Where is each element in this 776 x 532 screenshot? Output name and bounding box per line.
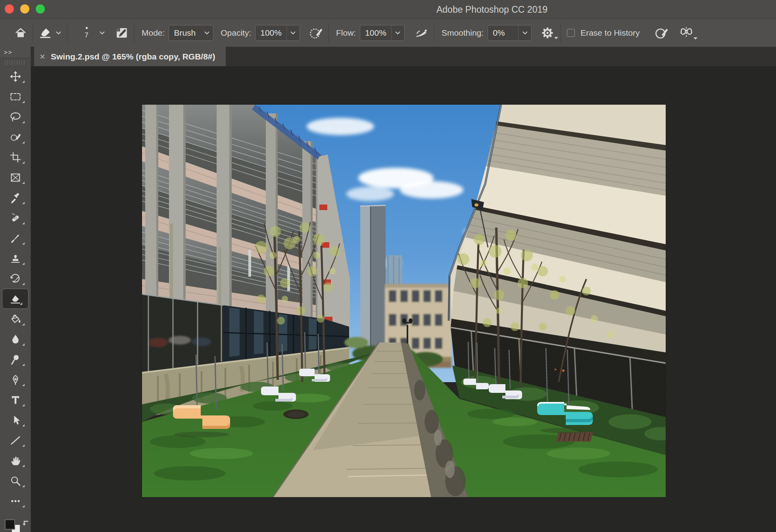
tool-zoom[interactable] [0, 471, 31, 491]
tool-eyedropper[interactable] [0, 188, 31, 208]
tool-frame[interactable] [0, 167, 31, 188]
separator [434, 23, 434, 42]
tool-move[interactable] [0, 66, 31, 86]
mode-label: Mode: [142, 28, 165, 38]
photo-document[interactable] [142, 105, 666, 497]
tool-object-selection[interactable] [0, 127, 31, 147]
toolbar-grip[interactable] [5, 59, 26, 66]
brush-size-preview[interactable]: 7 [80, 27, 93, 38]
tool-ellipsis[interactable] [0, 491, 31, 511]
tab-label: Swing.2.psd @ 165% (rgba copy, RGB/8#) [51, 52, 215, 61]
chevron-down-icon[interactable] [286, 25, 300, 40]
paint-symmetry-icon[interactable] [679, 25, 694, 40]
separator [67, 23, 67, 42]
tool-clone-stamp[interactable] [0, 248, 31, 268]
airbrush-icon[interactable] [414, 26, 428, 40]
document-tabs: × Swing.2.psd @ 165% (rgba copy, RGB/8#) [31, 47, 776, 66]
home-icon[interactable] [14, 27, 27, 39]
eraser-preset-icon[interactable] [38, 26, 52, 40]
tool-pen[interactable] [0, 369, 31, 390]
tab-close-icon[interactable]: × [40, 53, 45, 61]
chevron-down-icon[interactable] [100, 31, 105, 34]
options-bar: 7 Mode: Brush Opacity: 100% Flow: 100% [0, 19, 776, 48]
flyout-arrow [693, 37, 697, 40]
tool-hand[interactable] [0, 450, 31, 471]
tool-rectangular-marquee[interactable] [0, 86, 31, 107]
zoom-window-button[interactable] [36, 4, 45, 13]
separator [560, 23, 561, 42]
swap-colors-icon[interactable] [21, 519, 30, 530]
smoothing-value: 0% [488, 28, 518, 38]
tablet-pressure-opacity-icon[interactable] [309, 26, 323, 40]
window-title: Adobe Photoshop CC 2019 [421, 0, 563, 18]
mode-value: Brush [169, 28, 200, 38]
tool-eraser[interactable] [2, 289, 29, 309]
chevron-down-icon[interactable] [518, 25, 531, 40]
tool-gradient[interactable] [0, 309, 31, 329]
smoothing-field[interactable]: 0% [488, 25, 532, 41]
tool-history-brush[interactable] [0, 268, 31, 289]
brush-settings-toggle-icon[interactable] [115, 26, 129, 40]
brush-size-value: 7 [85, 32, 88, 38]
tool-dodge[interactable] [0, 349, 31, 369]
erase-to-history-checkbox[interactable] [567, 29, 575, 37]
document-tab[interactable]: × Swing.2.psd @ 165% (rgba copy, RGB/8#) [34, 47, 226, 66]
erase-to-history-label[interactable]: Erase to History [580, 28, 640, 38]
tool-line[interactable] [0, 430, 31, 450]
tablet-pressure-size-icon[interactable] [654, 26, 668, 40]
tool-path-selection[interactable] [0, 410, 31, 430]
chevron-down-icon[interactable] [391, 25, 404, 40]
tool-spot-healing-brush[interactable] [0, 208, 31, 228]
titlebar: Adobe Photoshop CC 2019 [0, 0, 776, 19]
minimize-window-button[interactable] [20, 4, 29, 13]
gear-icon[interactable] [540, 26, 555, 40]
opacity-label: Opacity: [221, 28, 251, 38]
mode-dropdown[interactable]: Brush [169, 25, 213, 41]
tools-panel: >> [0, 47, 31, 532]
color-swatches[interactable] [0, 518, 31, 532]
flow-label: Flow: [336, 28, 356, 38]
smoothing-label: Smoothing: [442, 28, 484, 38]
close-window-button[interactable] [5, 4, 14, 13]
toolbar-expand-button[interactable]: >> [0, 47, 31, 58]
flyout-arrow [554, 37, 558, 39]
canvas-area[interactable] [31, 66, 776, 532]
window-controls [5, 4, 45, 13]
tool-type[interactable] [0, 390, 31, 410]
brush-tip-dot [86, 27, 88, 29]
separator [134, 23, 134, 42]
photoshop-window: Adobe Photoshop CC 2019 7 Mode: Brush [0, 0, 776, 532]
tool-lasso[interactable] [0, 107, 31, 127]
opacity-value: 100% [255, 28, 286, 38]
separator [328, 23, 329, 42]
tool-brush[interactable] [0, 228, 31, 248]
opacity-field[interactable]: 100% [255, 25, 300, 41]
tool-blur[interactable] [0, 329, 31, 349]
chevron-down-icon[interactable] [56, 31, 61, 34]
tool-crop[interactable] [0, 147, 31, 167]
flow-value: 100% [360, 28, 391, 38]
chevron-down-icon [200, 25, 213, 40]
separator [33, 23, 33, 42]
foreground-color-swatch[interactable] [5, 519, 15, 530]
flow-field[interactable]: 100% [360, 25, 405, 41]
